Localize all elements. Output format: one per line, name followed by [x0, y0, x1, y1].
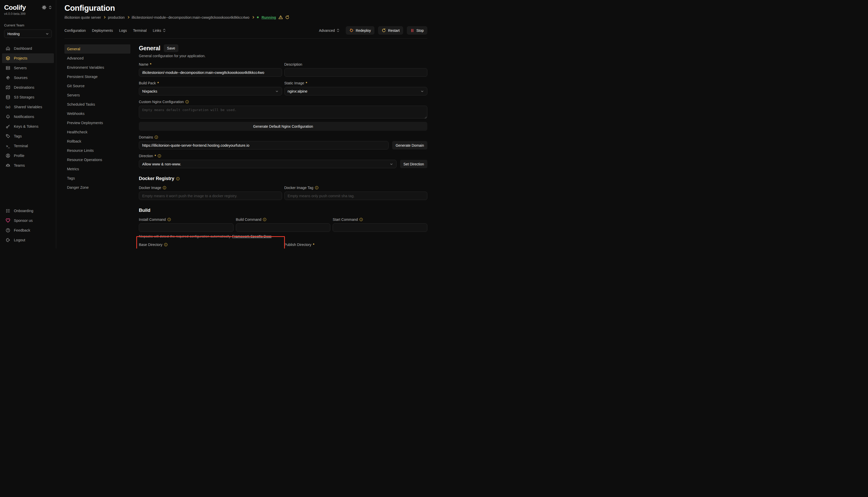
sidebar-item-notifications[interactable]: Notifications [2, 112, 54, 122]
info-icon[interactable] [154, 136, 158, 139]
coolify-app: Coolify [0, 0, 434, 248]
warning-icon[interactable] [278, 15, 283, 19]
tab-deployments[interactable]: Deployments [92, 28, 113, 32]
start-command-input[interactable] [333, 223, 427, 232]
tab-terminal[interactable]: Terminal [133, 28, 147, 32]
breadcrumb-project[interactable]: illicitonion quote server [65, 15, 101, 19]
subnav-item-tags[interactable]: Tags [65, 174, 130, 183]
subnav-item-advanced[interactable]: Advanced [65, 54, 130, 63]
restart-button[interactable]: Restart [378, 26, 403, 34]
sidebar-item-destinations[interactable]: Destinations [2, 83, 54, 92]
build-pack-value: Nixpacks [142, 89, 157, 93]
sidebar-item-feedback[interactable]: Feedback [2, 225, 54, 235]
generate-domain-button[interactable]: Generate Domain [392, 141, 427, 150]
docker-image-tag-input[interactable] [284, 191, 428, 200]
docker-image-label: Docker Image [139, 186, 161, 190]
stop-button[interactable]: Stop [407, 26, 427, 34]
redeploy-label: Redeploy [356, 28, 371, 32]
sidebar-item-terminal[interactable]: >_ Terminal [2, 141, 54, 151]
refresh-icon[interactable] [285, 15, 290, 19]
app-logo[interactable]: Coolify [4, 4, 26, 12]
generate-nginx-button[interactable]: Generate Default Nginx Configuration [139, 122, 427, 131]
subnav-item-general[interactable]: General [65, 44, 130, 54]
info-icon[interactable] [167, 218, 171, 221]
framework-docs-link[interactable]: Framework Specific Docs [232, 235, 272, 238]
section-subtitle: General configuration for your applicati… [139, 54, 427, 58]
redeploy-button[interactable]: Redeploy [346, 26, 374, 34]
docker-image-input[interactable] [139, 191, 282, 200]
subnav-item-danger-zone[interactable]: Danger Zone [65, 183, 130, 192]
subnav-item-webhooks[interactable]: Webhooks [65, 109, 130, 118]
sidebar-item-logout[interactable]: Logout [2, 235, 54, 245]
subnav-item-persistent-storage[interactable]: Persistent Storage [65, 72, 130, 81]
team-select-value: Hosting [8, 32, 19, 36]
chevron-down-icon [275, 89, 279, 93]
name-input[interactable] [139, 68, 282, 77]
home-icon [5, 46, 10, 51]
required-asterisk: * [313, 243, 314, 247]
publish-directory-label: Publish Directory [284, 243, 312, 247]
sidebar-item-sponsor[interactable]: Sponsor us [2, 216, 54, 225]
tab-links[interactable]: Links [153, 28, 166, 32]
subnav-item-rollback[interactable]: Rollback [65, 137, 130, 146]
subnav-item-git-source[interactable]: Git Source [65, 81, 130, 90]
subnav-item-healthcheck[interactable]: Healthcheck [65, 127, 130, 137]
info-icon[interactable] [176, 177, 180, 181]
info-icon[interactable] [163, 186, 166, 189]
domains-input[interactable] [139, 141, 389, 150]
required-asterisk: * [157, 81, 159, 85]
subnav-item-resource-limits[interactable]: Resource Limits [65, 146, 130, 155]
resize-handle[interactable] [424, 116, 427, 118]
build-command-input[interactable] [236, 223, 331, 232]
static-image-select[interactable]: nginx:alpine [284, 87, 428, 95]
custom-nginx-textarea[interactable] [139, 106, 427, 118]
install-command-input[interactable] [139, 223, 234, 232]
info-icon[interactable] [315, 186, 318, 189]
tab-logs[interactable]: Logs [119, 28, 127, 32]
sidebar-item-tags[interactable]: Tags [2, 131, 54, 141]
theme-toggle-sun-icon[interactable] [42, 5, 46, 10]
sidebar-item-servers[interactable]: Servers [2, 63, 54, 73]
sidebar-item-onboarding[interactable]: Onboarding [2, 206, 54, 216]
direction-select[interactable]: Allow www & non-www. [139, 160, 397, 168]
sidebar-item-shared-variables[interactable]: (x) Shared Variables [2, 102, 54, 112]
breadcrumb-environment[interactable]: production [108, 15, 124, 19]
save-button[interactable]: Save [164, 44, 179, 52]
subnav-item-resource-operations[interactable]: Resource Operations [65, 155, 130, 165]
subnav-item-environment-variables[interactable]: Environment Variables [65, 63, 130, 72]
info-icon[interactable] [263, 218, 266, 221]
users-icon [5, 163, 10, 168]
sidebar-item-teams[interactable]: Teams [2, 160, 54, 170]
info-icon[interactable] [164, 243, 168, 246]
set-direction-button[interactable]: Set Direction [400, 160, 427, 168]
sidebar: Coolify [0, 0, 56, 248]
sidebar-item-sources[interactable]: Sources [2, 73, 54, 83]
build-pack-select[interactable]: Nixpacks [139, 87, 282, 95]
sidebar-item-label: Servers [14, 66, 27, 70]
sidebar-item-s3-storages[interactable]: S3 Storages [2, 92, 54, 102]
status-running-link[interactable]: Running [262, 15, 276, 19]
description-input[interactable] [284, 68, 428, 77]
sidebar-item-dashboard[interactable]: Dashboard [2, 44, 54, 53]
subnav-item-metrics[interactable]: Metrics [65, 165, 130, 174]
subnav-item-scheduled-tasks[interactable]: Scheduled Tasks [65, 100, 130, 109]
sidebar-item-projects[interactable]: Projects [2, 53, 54, 63]
info-icon[interactable] [185, 100, 189, 104]
breadcrumb-resource[interactable]: illicitestonion/-module--decomposition:m… [132, 15, 249, 19]
variable-icon: (x) [5, 105, 10, 110]
advanced-menu-button[interactable]: Advanced [319, 28, 340, 32]
info-icon[interactable] [359, 218, 363, 221]
install-command-label: Install Command [139, 217, 166, 222]
chevron-up-down-icon [336, 28, 340, 32]
tab-configuration[interactable]: Configuration [65, 28, 86, 32]
page-title: Configuration [65, 4, 427, 13]
team-select[interactable]: Hosting [4, 29, 52, 38]
info-icon[interactable] [157, 154, 161, 158]
layers-icon [5, 56, 10, 61]
subnav-item-preview-deployments[interactable]: Preview Deployments [65, 118, 130, 127]
sidebar-item-keys-tokens[interactable]: Keys & Tokens [2, 122, 54, 131]
sidebar-item-profile[interactable]: Profile [2, 151, 54, 160]
chevron-up-down-icon[interactable] [49, 5, 52, 10]
subnav-item-servers[interactable]: Servers [65, 90, 130, 100]
required-asterisk: * [154, 154, 156, 158]
